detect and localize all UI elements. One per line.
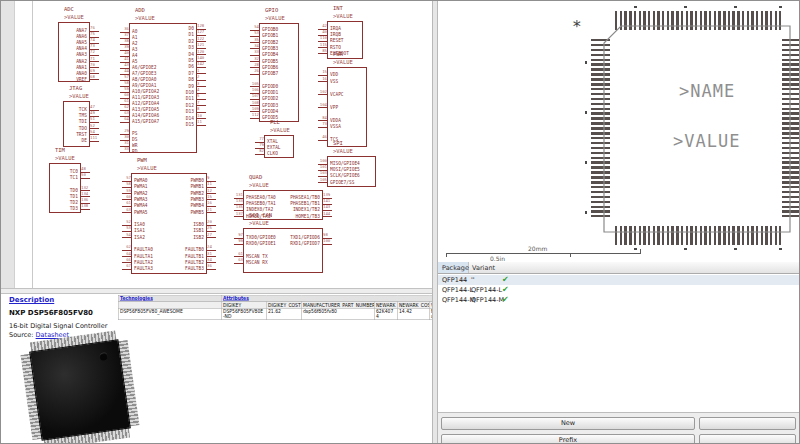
pin-name: ISB1 bbox=[169, 229, 205, 234]
symbol-tim[interactable]: TIM>VALUETC048TC150TD0132TD1134TD2136TD3… bbox=[49, 163, 81, 213]
description-link[interactable]: Description bbox=[9, 296, 54, 304]
pin-name: TDI bbox=[76, 120, 87, 125]
pin-name: ANA2 bbox=[74, 59, 88, 64]
pin-number: 134 bbox=[81, 192, 94, 196]
pin-number: 106 bbox=[246, 88, 259, 92]
pin-name: D1 bbox=[163, 33, 195, 38]
variant-list-header: Package ▴ Variant bbox=[438, 262, 800, 274]
column-header-variant[interactable]: Variant bbox=[472, 264, 495, 272]
pin-number: 34 bbox=[207, 258, 220, 262]
variant-list[interactable]: Package ▴ Variant QFP144''✔QFP144-LQFP14… bbox=[438, 262, 800, 413]
column-header-package[interactable]: Package ▴ bbox=[438, 262, 469, 273]
pin-name: RXD1/GPIOD7 bbox=[283, 242, 321, 247]
attr-value[interactable]: 21.62 bbox=[266, 308, 301, 320]
attributes-header-link[interactable]: Attributes bbox=[223, 296, 249, 301]
pin-name: A15/GPIOA7 bbox=[132, 120, 159, 125]
pin-number: 51 bbox=[90, 117, 103, 121]
pin-number: 85 bbox=[314, 49, 327, 53]
pin-name: VDD bbox=[330, 73, 338, 78]
pin-name: A10/GPIOA2 bbox=[132, 90, 159, 95]
symbol-sci_can[interactable]: SCI_CAN>VALUETXD0/GPIOE097RXD0/GPIOE199M… bbox=[243, 228, 323, 273]
pin-number: 47 bbox=[90, 105, 103, 109]
variant-button-area: New Prefix bbox=[438, 413, 800, 444]
pin-number: 109 bbox=[246, 107, 259, 111]
symbol-add[interactable]: ADD>VALUEA036A137A238A339A440A541A6/GPIO… bbox=[129, 23, 197, 153]
pin-line bbox=[120, 122, 130, 123]
pin-line bbox=[250, 118, 260, 119]
pin-number: 127 bbox=[197, 30, 210, 34]
pin-number: 42 bbox=[314, 24, 327, 28]
pin-name: FAULTA1 bbox=[134, 254, 153, 259]
tick-mark bbox=[634, 248, 637, 250]
package-preview-canvas[interactable]: * >NAME >VALUE 20mm 0.5in bbox=[438, 1, 800, 262]
symbol-value-placeholder: >VALUE bbox=[69, 94, 89, 100]
pin-name: D10 bbox=[163, 91, 195, 96]
attr-value[interactable]: 62K4074 bbox=[374, 308, 397, 320]
pin-number: 29 bbox=[116, 129, 129, 133]
variant-row[interactable]: QFP144''✔ bbox=[438, 275, 800, 285]
chip-pin1-dimple bbox=[99, 352, 108, 361]
pin-name: D4 bbox=[163, 52, 195, 57]
attr-value[interactable]: Freescale bbox=[429, 308, 432, 320]
pin-number: 128 bbox=[197, 24, 210, 28]
attributes-table: Technologies Attributes DIGIKEYDIGIKEY_C… bbox=[118, 295, 432, 320]
variant-row[interactable]: QFP144-MQFP144-M✔ bbox=[438, 295, 800, 305]
symbol-pwr[interactable]: PWR>VALUEVDD15VSS16VCAPC102VPP104VDDA84V… bbox=[327, 67, 367, 147]
symbol-spi[interactable]: SPI>VALUEMISO/GPIOE4100MOSI/GPIOE5101SCL… bbox=[327, 156, 376, 187]
pin-name: ANA3 bbox=[74, 53, 88, 58]
pin-number: 40 bbox=[116, 51, 129, 55]
pin-number: 3 bbox=[197, 82, 210, 86]
technologies-header-link[interactable]: Technologies bbox=[120, 296, 153, 301]
pin-number: 33 bbox=[116, 147, 129, 151]
aux-button-1[interactable] bbox=[699, 417, 796, 430]
pin-number: 142 bbox=[197, 62, 210, 66]
pin-number: 63 bbox=[116, 111, 129, 115]
pin-number: 4 bbox=[197, 88, 210, 92]
part-summary: 16-bit Digital Signal Controller bbox=[9, 322, 107, 330]
variant-row[interactable]: QFP144-LQFP144-L✔ bbox=[438, 285, 800, 295]
pin-name: A3 bbox=[132, 48, 137, 53]
variant-package-name: QFP144 bbox=[442, 276, 467, 284]
symbol-value-placeholder: >VALUE bbox=[333, 14, 353, 20]
pin-line bbox=[318, 75, 328, 76]
technology-value[interactable]: DSP56F805FV80_AWESOME bbox=[118, 308, 221, 320]
pin-name: PS bbox=[132, 132, 137, 137]
symbol-gpio[interactable]: GPIO>VALUEGPIOB054GPIOB153GPIOB235GPIOB3… bbox=[259, 23, 299, 122]
pin-number: 144 bbox=[323, 212, 336, 216]
pin-name: A8/GPIOA0 bbox=[132, 78, 156, 83]
pin-name: TD3 bbox=[65, 207, 79, 212]
package-body-outline bbox=[603, 25, 791, 233]
pin-name: SCLK/GPIOE6 bbox=[330, 174, 360, 179]
pin-name: GPIOD0 bbox=[262, 84, 278, 89]
pin-name: EXTAL bbox=[267, 146, 281, 151]
aux-button-2[interactable] bbox=[699, 434, 796, 444]
pin-name: DE bbox=[76, 139, 87, 144]
pin-number: 76 bbox=[90, 26, 103, 30]
pin-number: 36 bbox=[207, 264, 220, 268]
attr-value[interactable]: DSP56F805FV80E-ND bbox=[221, 308, 266, 320]
pin-name: D12 bbox=[163, 103, 195, 108]
new-button[interactable]: New bbox=[441, 417, 695, 430]
pin-number: 26 bbox=[246, 69, 259, 73]
prefix-button[interactable]: Prefix bbox=[441, 434, 695, 444]
symbol-title: PWR bbox=[333, 52, 343, 58]
symbol-editor-canvas[interactable]: ADC>VALUEANA776ANA675ANA574ANA473ANA372A… bbox=[1, 1, 432, 288]
pin-number: 104 bbox=[314, 103, 327, 107]
symbol-adc[interactable]: ADC>VALUEANA776ANA675ANA574ANA473ANA372A… bbox=[58, 22, 90, 82]
pin-name: PWMA0 bbox=[134, 179, 148, 184]
pin-name: A4 bbox=[132, 54, 137, 59]
pin-number: 133 bbox=[230, 199, 243, 203]
attr-column-header: NEWARK bbox=[374, 302, 397, 309]
pin-number: 61 bbox=[230, 252, 243, 256]
pin-number: 31 bbox=[116, 141, 129, 145]
symbol-title: ADC bbox=[64, 7, 74, 13]
pin-number: 53 bbox=[246, 31, 259, 35]
symbol-pwm[interactable]: PWM>VALUEPWMA057PWMA158PWMA259PWMA360PWM… bbox=[131, 173, 207, 274]
symbol-pll[interactable]: PLL>VALUEXTAL77EXTAL79CLKO82 bbox=[264, 135, 294, 158]
pin-name: MSCAN_RX bbox=[246, 261, 268, 266]
pin-name: TRST bbox=[76, 132, 87, 137]
symbol-jtag[interactable]: JTAG>VALUETCK47TMS49TDI51TDO52TRST54DE11… bbox=[63, 101, 90, 147]
attr-value[interactable]: 14.42 bbox=[397, 308, 429, 320]
attr-value[interactable]: dsp56f805fv80 bbox=[301, 308, 374, 320]
pin-number: 131 bbox=[230, 193, 243, 197]
